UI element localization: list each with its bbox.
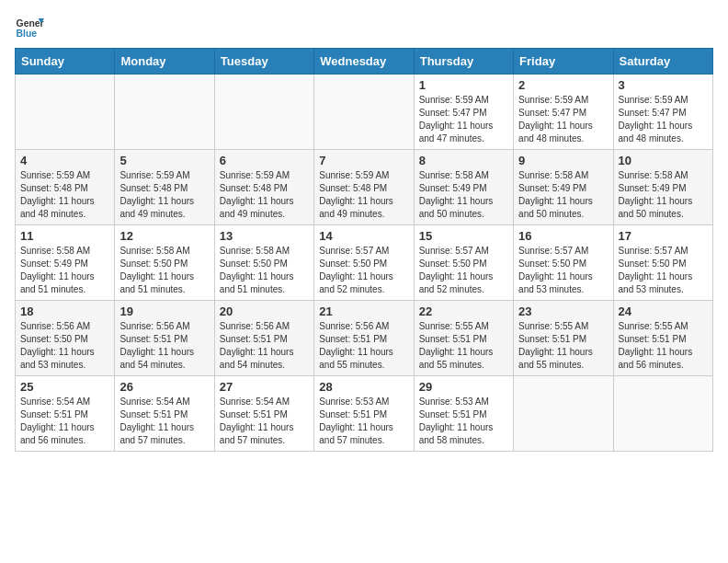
day-info: Sunrise: 5:59 AM Sunset: 5:48 PM Dayligh…: [319, 169, 408, 221]
calendar-cell: 28Sunrise: 5:53 AM Sunset: 5:51 PM Dayli…: [314, 376, 414, 452]
day-number: 26: [119, 380, 209, 394]
calendar-cell: [16, 75, 115, 150]
day-number: 17: [619, 229, 708, 243]
day-info: Sunrise: 5:55 AM Sunset: 5:51 PM Dayligh…: [419, 320, 508, 372]
day-info: Sunrise: 5:53 AM Sunset: 5:51 PM Dayligh…: [419, 396, 508, 447]
day-info: Sunrise: 5:53 AM Sunset: 5:51 PM Dayligh…: [319, 396, 408, 447]
column-header-tuesday: Tuesday: [214, 49, 313, 75]
day-number: 6: [220, 154, 309, 167]
calendar-cell: 1Sunrise: 5:59 AM Sunset: 5:47 PM Daylig…: [414, 75, 513, 150]
calendar-cell: 26Sunrise: 5:54 AM Sunset: 5:51 PM Dayli…: [115, 376, 214, 452]
day-number: 28: [319, 380, 408, 394]
calendar-cell: [314, 75, 414, 150]
day-info: Sunrise: 5:58 AM Sunset: 5:50 PM Dayligh…: [119, 245, 209, 296]
day-number: 22: [419, 304, 508, 318]
day-number: 10: [619, 154, 708, 167]
day-info: Sunrise: 5:58 AM Sunset: 5:49 PM Dayligh…: [518, 169, 608, 221]
day-info: Sunrise: 5:57 AM Sunset: 5:50 PM Dayligh…: [619, 245, 708, 296]
calendar-cell: [115, 75, 214, 150]
day-info: Sunrise: 5:59 AM Sunset: 5:48 PM Dayligh…: [20, 169, 109, 221]
column-header-saturday: Saturday: [613, 49, 712, 75]
day-number: 20: [220, 304, 309, 318]
logo: General Blue: [15, 15, 48, 40]
calendar-cell: [613, 376, 712, 452]
calendar-cell: 24Sunrise: 5:55 AM Sunset: 5:51 PM Dayli…: [613, 301, 712, 376]
week-row-2: 4Sunrise: 5:59 AM Sunset: 5:48 PM Daylig…: [16, 150, 713, 225]
day-number: 27: [220, 380, 309, 394]
calendar-cell: 3Sunrise: 5:59 AM Sunset: 5:47 PM Daylig…: [613, 75, 712, 150]
calendar-cell: 20Sunrise: 5:56 AM Sunset: 5:51 PM Dayli…: [214, 301, 313, 376]
svg-text:Blue: Blue: [17, 29, 38, 39]
column-header-monday: Monday: [115, 49, 214, 75]
calendar-cell: 4Sunrise: 5:59 AM Sunset: 5:48 PM Daylig…: [16, 150, 115, 225]
week-row-3: 11Sunrise: 5:58 AM Sunset: 5:49 PM Dayli…: [16, 225, 713, 301]
calendar-cell: 19Sunrise: 5:56 AM Sunset: 5:51 PM Dayli…: [115, 301, 214, 376]
day-info: Sunrise: 5:59 AM Sunset: 5:47 PM Dayligh…: [619, 94, 708, 145]
day-info: Sunrise: 5:59 AM Sunset: 5:48 PM Dayligh…: [119, 169, 209, 221]
day-info: Sunrise: 5:59 AM Sunset: 5:47 PM Dayligh…: [419, 94, 508, 145]
calendar-cell: 21Sunrise: 5:56 AM Sunset: 5:51 PM Dayli…: [314, 301, 414, 376]
calendar-cell: [514, 376, 613, 452]
day-number: 9: [518, 154, 608, 167]
day-info: Sunrise: 5:58 AM Sunset: 5:50 PM Dayligh…: [220, 245, 309, 296]
calendar-cell: 22Sunrise: 5:55 AM Sunset: 5:51 PM Dayli…: [414, 301, 513, 376]
day-number: 24: [619, 304, 708, 318]
day-info: Sunrise: 5:57 AM Sunset: 5:50 PM Dayligh…: [518, 245, 608, 296]
day-number: 11: [20, 229, 109, 243]
page-header: General Blue: [15, 15, 713, 40]
day-info: Sunrise: 5:59 AM Sunset: 5:47 PM Dayligh…: [518, 94, 608, 145]
day-info: Sunrise: 5:57 AM Sunset: 5:50 PM Dayligh…: [419, 245, 508, 296]
day-info: Sunrise: 5:56 AM Sunset: 5:50 PM Dayligh…: [20, 320, 109, 372]
calendar-cell: [214, 75, 313, 150]
day-number: 2: [518, 78, 608, 92]
day-number: 23: [518, 304, 608, 318]
calendar-cell: 2Sunrise: 5:59 AM Sunset: 5:47 PM Daylig…: [514, 75, 613, 150]
logo-icon: General Blue: [15, 15, 44, 40]
calendar-cell: 15Sunrise: 5:57 AM Sunset: 5:50 PM Dayli…: [414, 225, 513, 301]
day-info: Sunrise: 5:54 AM Sunset: 5:51 PM Dayligh…: [119, 396, 209, 447]
calendar-cell: 17Sunrise: 5:57 AM Sunset: 5:50 PM Dayli…: [613, 225, 712, 301]
day-info: Sunrise: 5:56 AM Sunset: 5:51 PM Dayligh…: [119, 320, 209, 372]
calendar-cell: 5Sunrise: 5:59 AM Sunset: 5:48 PM Daylig…: [115, 150, 214, 225]
day-number: 3: [619, 78, 708, 92]
calendar-cell: 11Sunrise: 5:58 AM Sunset: 5:49 PM Dayli…: [16, 225, 115, 301]
day-number: 25: [20, 380, 109, 394]
day-number: 4: [20, 154, 109, 167]
day-number: 12: [119, 229, 209, 243]
calendar-cell: 18Sunrise: 5:56 AM Sunset: 5:50 PM Dayli…: [16, 301, 115, 376]
calendar-cell: 25Sunrise: 5:54 AM Sunset: 5:51 PM Dayli…: [16, 376, 115, 452]
column-header-thursday: Thursday: [414, 49, 513, 75]
column-header-friday: Friday: [514, 49, 613, 75]
calendar-cell: 12Sunrise: 5:58 AM Sunset: 5:50 PM Dayli…: [115, 225, 214, 301]
calendar-cell: 23Sunrise: 5:55 AM Sunset: 5:51 PM Dayli…: [514, 301, 613, 376]
day-info: Sunrise: 5:58 AM Sunset: 5:49 PM Dayligh…: [619, 169, 708, 221]
day-number: 14: [319, 229, 408, 243]
week-row-5: 25Sunrise: 5:54 AM Sunset: 5:51 PM Dayli…: [16, 376, 713, 452]
day-number: 21: [319, 304, 408, 318]
day-info: Sunrise: 5:55 AM Sunset: 5:51 PM Dayligh…: [518, 320, 608, 372]
calendar-cell: 9Sunrise: 5:58 AM Sunset: 5:49 PM Daylig…: [514, 150, 613, 225]
calendar-cell: 29Sunrise: 5:53 AM Sunset: 5:51 PM Dayli…: [414, 376, 513, 452]
week-row-4: 18Sunrise: 5:56 AM Sunset: 5:50 PM Dayli…: [16, 301, 713, 376]
day-info: Sunrise: 5:57 AM Sunset: 5:50 PM Dayligh…: [319, 245, 408, 296]
calendar-table: SundayMondayTuesdayWednesdayThursdayFrid…: [15, 48, 713, 452]
day-number: 19: [119, 304, 209, 318]
column-header-sunday: Sunday: [16, 49, 115, 75]
calendar-cell: 13Sunrise: 5:58 AM Sunset: 5:50 PM Dayli…: [214, 225, 313, 301]
calendar-cell: 8Sunrise: 5:58 AM Sunset: 5:49 PM Daylig…: [414, 150, 513, 225]
day-info: Sunrise: 5:56 AM Sunset: 5:51 PM Dayligh…: [319, 320, 408, 372]
week-row-1: 1Sunrise: 5:59 AM Sunset: 5:47 PM Daylig…: [16, 75, 713, 150]
day-number: 15: [419, 229, 508, 243]
day-info: Sunrise: 5:54 AM Sunset: 5:51 PM Dayligh…: [20, 396, 109, 447]
calendar-cell: 16Sunrise: 5:57 AM Sunset: 5:50 PM Dayli…: [514, 225, 613, 301]
day-number: 18: [20, 304, 109, 318]
calendar-cell: 14Sunrise: 5:57 AM Sunset: 5:50 PM Dayli…: [314, 225, 414, 301]
day-info: Sunrise: 5:59 AM Sunset: 5:48 PM Dayligh…: [220, 169, 309, 221]
day-info: Sunrise: 5:58 AM Sunset: 5:49 PM Dayligh…: [419, 169, 508, 221]
calendar-cell: 6Sunrise: 5:59 AM Sunset: 5:48 PM Daylig…: [214, 150, 313, 225]
day-info: Sunrise: 5:56 AM Sunset: 5:51 PM Dayligh…: [220, 320, 309, 372]
day-number: 29: [419, 380, 508, 394]
day-info: Sunrise: 5:55 AM Sunset: 5:51 PM Dayligh…: [619, 320, 708, 372]
calendar-cell: 10Sunrise: 5:58 AM Sunset: 5:49 PM Dayli…: [613, 150, 712, 225]
column-header-wednesday: Wednesday: [314, 49, 414, 75]
